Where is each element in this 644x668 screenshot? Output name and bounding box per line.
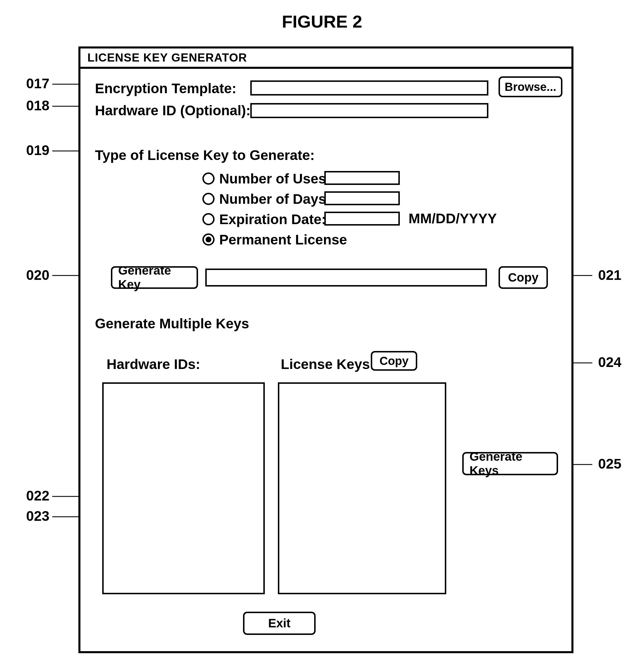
hardware-ids-textarea[interactable] xyxy=(102,382,265,594)
generate-key-button[interactable]: Generate Key xyxy=(111,266,198,289)
license-keys-textarea[interactable] xyxy=(278,382,446,594)
number-of-uses-input[interactable] xyxy=(324,171,400,185)
radio-permanent-license[interactable] xyxy=(203,233,214,246)
hardware-ids-label: Hardware IDs: xyxy=(107,356,200,372)
hardware-id-label: Hardware ID (Optional): xyxy=(95,103,251,119)
radio-number-of-uses[interactable] xyxy=(203,172,214,185)
expiration-date-hint: MM/DD/YYYY xyxy=(408,211,497,226)
generate-multiple-heading: Generate Multiple Keys xyxy=(95,316,249,332)
exit-button[interactable]: Exit xyxy=(243,612,316,635)
hardware-id-input[interactable] xyxy=(250,103,489,118)
copy-multiple-keys-button[interactable]: Copy xyxy=(371,351,417,371)
generated-key-output[interactable] xyxy=(205,269,487,287)
browse-button[interactable]: Browse... xyxy=(498,76,563,97)
radio-expiration-date[interactable] xyxy=(203,213,214,225)
app-window: LICENSE KEY GENERATOR Encryption Templat… xyxy=(78,46,573,653)
radio-expiration-date-label: Expiration Date: xyxy=(219,211,326,227)
encryption-template-input[interactable] xyxy=(250,80,489,95)
generate-multiple-keys-button[interactable]: Generate Keys xyxy=(462,452,558,475)
expiration-date-input[interactable] xyxy=(324,212,400,226)
license-keys-label: License Keys: xyxy=(281,356,375,372)
window-title: LICENSE KEY GENERATOR xyxy=(80,48,571,69)
number-of-days-input[interactable] xyxy=(324,191,400,205)
radio-permanent-license-label: Permanent License xyxy=(219,232,347,248)
encryption-template-label: Encryption Template: xyxy=(95,80,236,96)
radio-number-of-days[interactable] xyxy=(203,193,214,205)
radio-number-of-uses-label: Number of Uses: xyxy=(219,171,331,187)
radio-number-of-days-label: Number of Days: xyxy=(219,191,331,207)
license-type-heading: Type of License Key to Generate: xyxy=(95,147,315,163)
copy-key-button[interactable]: Copy xyxy=(498,266,548,289)
